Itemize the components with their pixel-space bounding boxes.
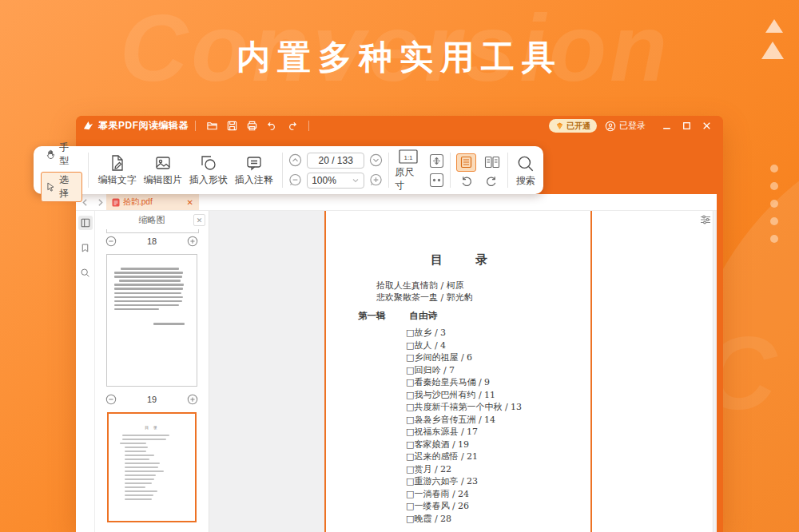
hand-tool-button[interactable]: 手型 bbox=[41, 139, 82, 169]
insert-shape-button[interactable]: 插入形状 bbox=[185, 153, 231, 187]
thumb-toc-line bbox=[122, 439, 166, 440]
vip-badge-label: 已开通 bbox=[566, 121, 590, 132]
thumb-toc-line bbox=[122, 435, 169, 436]
thumb-toc-line bbox=[125, 455, 154, 456]
thumb-page-number: 18 bbox=[147, 236, 157, 246]
cursor-icon bbox=[46, 181, 56, 193]
fit-width-icon[interactable] bbox=[429, 173, 444, 188]
edit-text-label: 编辑文字 bbox=[98, 173, 137, 187]
two-page-view-button[interactable] bbox=[482, 153, 502, 172]
select-tool-button[interactable]: 选择 bbox=[41, 172, 82, 202]
tab-active-document[interactable]: 拾韵.pdf ✕ bbox=[106, 194, 199, 210]
thumb-toc-line bbox=[125, 494, 153, 496]
open-file-icon[interactable] bbox=[206, 120, 218, 132]
tab-close-icon[interactable]: ✕ bbox=[187, 198, 193, 207]
thumb-page-number: 19 bbox=[147, 395, 157, 404]
toolbar-separator bbox=[282, 153, 283, 188]
edit-text-button[interactable]: 编辑文字 bbox=[94, 153, 140, 187]
thumb-toc-line bbox=[125, 486, 145, 488]
toc-section-title: 自由诗 bbox=[410, 310, 438, 321]
thumbnail-panel-toggle[interactable] bbox=[78, 216, 93, 230]
thumb-controls-19: 19 bbox=[95, 390, 209, 409]
zoom-out-thumb-icon[interactable] bbox=[105, 394, 117, 405]
hand-icon bbox=[46, 149, 56, 160]
svg-text:1:1: 1:1 bbox=[404, 153, 414, 161]
decor-dot bbox=[770, 200, 778, 208]
edit-image-button[interactable]: 编辑图片 bbox=[140, 153, 185, 187]
save-icon[interactable] bbox=[226, 120, 238, 132]
toc-item: □我与沙巴州有约 / 11 bbox=[406, 389, 522, 402]
single-page-view-button[interactable] bbox=[456, 153, 476, 172]
zoom-level-value: 100% bbox=[312, 175, 336, 186]
one-to-one-icon: 1:1 bbox=[398, 149, 419, 165]
close-button[interactable] bbox=[702, 121, 712, 131]
thumb-toc-line bbox=[125, 466, 158, 468]
thumb-text-line bbox=[121, 268, 179, 270]
insert-shape-label: 插入形状 bbox=[189, 173, 228, 187]
toc-list: □故乡 / 3□故人 / 4□乡间的祖屋 / 6□回归吟 / 7□看秦始皇兵马俑… bbox=[406, 327, 522, 525]
toc-item: □一缕春风 / 26 bbox=[406, 500, 522, 513]
next-page-icon[interactable] bbox=[369, 153, 383, 167]
search-button[interactable]: 搜索 bbox=[515, 153, 536, 188]
thumbnail-panel: 缩略图 ✕ 18 bbox=[95, 211, 209, 532]
chevron-down-icon bbox=[352, 177, 360, 185]
document-page[interactable]: 目 录 拾取人生真情韵 / 柯原 悲欢聚散茶一盅 / 郭光豹 第一辑 自由诗 □… bbox=[324, 211, 714, 532]
zoom-in-thumb-icon[interactable] bbox=[187, 236, 198, 247]
thumbnail-page-18[interactable] bbox=[106, 254, 197, 387]
toc-section-label: 第一辑 bbox=[358, 310, 386, 321]
rotate-right-icon[interactable] bbox=[485, 174, 499, 188]
search-panel-toggle[interactable] bbox=[78, 265, 93, 280]
thumb-toc-line bbox=[125, 478, 154, 480]
bookmark-panel-toggle[interactable] bbox=[78, 240, 93, 255]
original-size-label: 原尺寸 bbox=[395, 165, 422, 193]
toc-content: 目 录 拾取人生真情韵 / 柯原 悲欢聚散茶一盅 / 郭光豹 第一辑 自由诗 □… bbox=[326, 211, 592, 532]
floating-toolbar: 手型 选择 编辑文字 编辑图片 插入 bbox=[34, 146, 543, 194]
minimize-button[interactable] bbox=[662, 121, 672, 131]
zoom-in-thumb-icon[interactable] bbox=[187, 394, 198, 405]
thumb-toc-line bbox=[125, 474, 156, 476]
toc-item: □看秦始皇兵马俑 / 9 bbox=[406, 376, 522, 389]
fit-buttons-column bbox=[429, 153, 444, 188]
original-size-button[interactable]: 1:1 原尺寸 bbox=[395, 149, 422, 193]
left-icon-strip bbox=[76, 211, 95, 532]
page-number-input[interactable] bbox=[307, 153, 364, 169]
pointer-tools-group: 手型 选择 bbox=[41, 139, 82, 202]
tab-filename: 拾韵.pdf bbox=[123, 197, 184, 208]
rotate-left-icon[interactable] bbox=[459, 174, 473, 188]
page-right-edge bbox=[713, 211, 714, 532]
insert-note-button[interactable]: 插入注释 bbox=[231, 153, 276, 187]
thumb-toc-line bbox=[120, 443, 147, 444]
thumb-signature-line bbox=[153, 323, 185, 325]
toc-intro-line: 悲欢聚散茶一盅 / 郭光豹 bbox=[376, 292, 473, 304]
panel-close-icon[interactable]: ✕ bbox=[193, 214, 205, 226]
zoom-level-select[interactable]: 100% bbox=[307, 173, 364, 189]
decor-dot bbox=[770, 217, 778, 225]
search-label: 搜索 bbox=[516, 174, 535, 188]
toolbar-separator bbox=[388, 153, 389, 188]
previous-page-icon[interactable] bbox=[288, 153, 302, 167]
promo-stage: Conversion C 内置多种实用工具 幂果PDF阅读编辑器 bbox=[0, 0, 799, 532]
edit-image-label: 编辑图片 bbox=[144, 173, 182, 187]
thumb-text-line bbox=[119, 280, 181, 282]
toc-intro-line: 拾取人生真情韵 / 柯原 bbox=[376, 280, 464, 292]
view-settings-icon[interactable] bbox=[699, 213, 712, 226]
thumbnail-page-19-selected[interactable]: 目 录 bbox=[107, 412, 197, 522]
toc-section: 第一辑 自由诗 bbox=[358, 310, 437, 322]
vip-badge[interactable]: 已开通 bbox=[549, 119, 597, 133]
search-icon bbox=[515, 153, 536, 174]
zoom-in-icon[interactable] bbox=[369, 173, 383, 187]
zoom-out-thumb-icon[interactable] bbox=[105, 236, 117, 247]
thumb-toc-line bbox=[125, 498, 152, 500]
window-titlebar: 幂果PDF阅读编辑器 已开通 bbox=[76, 116, 723, 136]
page-column-guide bbox=[590, 211, 592, 532]
maximize-button[interactable] bbox=[682, 121, 692, 131]
tab-next-icon[interactable] bbox=[95, 197, 105, 208]
print-icon[interactable] bbox=[246, 120, 258, 132]
zoom-out-icon[interactable] bbox=[288, 173, 302, 187]
fit-page-icon[interactable] bbox=[429, 153, 444, 169]
account-status[interactable]: 已登录 bbox=[605, 120, 646, 132]
document-canvas[interactable]: 目 录 拾取人生真情韵 / 柯原 悲欢聚散茶一盅 / 郭光豹 第一辑 自由诗 □… bbox=[209, 211, 717, 532]
redo-icon[interactable] bbox=[286, 120, 298, 132]
undo-icon[interactable] bbox=[266, 120, 278, 132]
thumb-text-line bbox=[114, 284, 184, 286]
